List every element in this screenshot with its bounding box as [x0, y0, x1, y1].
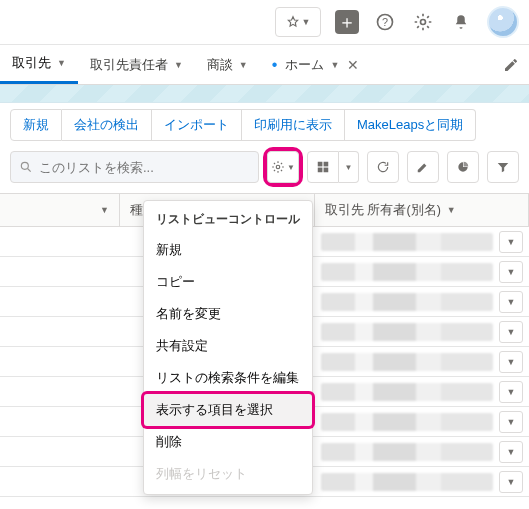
- discover-companies-button[interactable]: 会社の検出: [62, 109, 152, 141]
- tab-close-button[interactable]: ✕: [347, 57, 359, 73]
- svg-rect-9: [324, 168, 329, 173]
- row-actions-button[interactable]: ▼: [499, 291, 523, 313]
- chart-icon: [456, 160, 470, 174]
- owner-cell: [321, 293, 493, 311]
- owner-cell: [321, 233, 493, 251]
- chevron-down-icon: ▼: [302, 17, 311, 27]
- menu-item-delete[interactable]: 削除: [144, 426, 312, 458]
- table-icon: [316, 160, 330, 174]
- chevron-down-icon: ▼: [57, 58, 66, 68]
- menu-item-select-fields[interactable]: 表示する項目を選択: [144, 394, 312, 426]
- help-button[interactable]: ?: [373, 10, 397, 34]
- chevron-down-icon: ▼: [447, 205, 456, 215]
- owner-cell: [321, 413, 493, 431]
- filter-button[interactable]: [487, 151, 519, 183]
- row-actions-button[interactable]: ▼: [499, 321, 523, 343]
- list-action-bar: 新規 会社の検出 インポート 印刷用に表示 MakeLeapsと同期: [0, 103, 529, 147]
- favorites-button[interactable]: ▼: [275, 7, 321, 37]
- menu-item-reset-widths: 列幅をリセット: [144, 458, 312, 490]
- row-actions-button[interactable]: ▼: [499, 351, 523, 373]
- display-as-dropdown[interactable]: ▼: [339, 151, 359, 183]
- chevron-down-icon: ▼: [345, 163, 353, 172]
- chevron-down-icon: ▼: [330, 60, 339, 70]
- menu-item-edit-filters[interactable]: リストの検索条件を編集: [144, 362, 312, 394]
- column-header-owner[interactable]: 取引先 所有者(別名) ▼: [315, 194, 529, 226]
- menu-header: リストビューコントロール: [144, 205, 312, 234]
- global-utility-bar: ▼ ＋ ?: [0, 0, 529, 45]
- inline-edit-button[interactable]: [407, 151, 439, 183]
- chevron-down-icon: ▼: [100, 205, 109, 215]
- gear-icon: [271, 160, 285, 174]
- question-icon: ?: [375, 12, 395, 32]
- svg-text:?: ?: [382, 16, 388, 28]
- tab-label: 取引先責任者: [90, 56, 168, 74]
- column-header-1[interactable]: ▼: [0, 194, 120, 226]
- gear-icon: [413, 12, 433, 32]
- global-add-button[interactable]: ＋: [335, 10, 359, 34]
- list-search[interactable]: [10, 151, 259, 183]
- owner-cell: [321, 353, 493, 371]
- owner-cell: [321, 383, 493, 401]
- search-icon: [19, 160, 33, 174]
- list-toolbar: ▼ ▼: [0, 147, 529, 193]
- makeleaps-sync-button[interactable]: MakeLeapsと同期: [345, 109, 476, 141]
- pencil-icon: [503, 57, 519, 73]
- notifications-button[interactable]: [449, 10, 473, 34]
- owner-cell: [321, 323, 493, 341]
- menu-item-rename[interactable]: 名前を変更: [144, 298, 312, 330]
- menu-item-clone[interactable]: コピー: [144, 266, 312, 298]
- row-actions-button[interactable]: ▼: [499, 261, 523, 283]
- owner-cell: [321, 473, 493, 491]
- star-icon: [286, 15, 300, 29]
- bell-icon: [452, 13, 470, 31]
- user-avatar[interactable]: [487, 6, 519, 38]
- new-button[interactable]: 新規: [10, 109, 62, 141]
- search-input[interactable]: [39, 160, 250, 175]
- row-actions-button[interactable]: ▼: [499, 411, 523, 433]
- svg-rect-6: [318, 162, 323, 167]
- tab-opportunities[interactable]: 商談 ▼: [195, 45, 260, 84]
- row-actions-button[interactable]: ▼: [499, 471, 523, 493]
- chevron-down-icon: ▼: [239, 60, 248, 70]
- chevron-down-icon: ▼: [287, 163, 295, 172]
- display-as-button[interactable]: [307, 151, 339, 183]
- refresh-icon: [376, 160, 390, 174]
- menu-item-new[interactable]: 新規: [144, 234, 312, 266]
- row-actions-button[interactable]: ▼: [499, 381, 523, 403]
- printable-view-button[interactable]: 印刷用に表示: [242, 109, 345, 141]
- column-label: 種: [130, 202, 143, 219]
- owner-cell: [321, 263, 493, 281]
- svg-point-3: [21, 162, 28, 169]
- column-label: 取引先 所有者(別名): [325, 202, 441, 219]
- tab-accounts[interactable]: 取引先 ▼: [0, 45, 78, 84]
- row-actions-button[interactable]: ▼: [499, 231, 523, 253]
- list-view-controls-menu: リストビューコントロール 新規 コピー 名前を変更 共有設定 リストの検索条件を…: [143, 200, 313, 495]
- svg-line-4: [28, 169, 31, 172]
- tab-label: 取引先: [12, 54, 51, 72]
- tab-label: 商談: [207, 56, 233, 74]
- svg-rect-7: [324, 162, 329, 167]
- tab-contacts[interactable]: 取引先責任者 ▼: [78, 45, 195, 84]
- refresh-button[interactable]: [367, 151, 399, 183]
- edit-tabs-button[interactable]: [493, 45, 529, 84]
- tab-home[interactable]: • ホーム ▼ ✕: [260, 45, 372, 84]
- svg-rect-8: [318, 168, 323, 173]
- row-actions-button[interactable]: ▼: [499, 441, 523, 463]
- filter-icon: [496, 160, 510, 174]
- decorative-band: [0, 85, 529, 103]
- chevron-down-icon: ▼: [174, 60, 183, 70]
- owner-cell: [321, 443, 493, 461]
- object-tab-bar: 取引先 ▼ 取引先責任者 ▼ 商談 ▼ • ホーム ▼ ✕: [0, 45, 529, 85]
- svg-point-2: [421, 20, 426, 25]
- chart-button[interactable]: [447, 151, 479, 183]
- list-view-controls-button[interactable]: ▼: [267, 151, 299, 183]
- pencil-icon: [416, 160, 430, 174]
- menu-item-sharing[interactable]: 共有設定: [144, 330, 312, 362]
- tab-label: ホーム: [285, 56, 324, 74]
- setup-button[interactable]: [411, 10, 435, 34]
- import-button[interactable]: インポート: [152, 109, 242, 141]
- svg-point-5: [276, 165, 280, 169]
